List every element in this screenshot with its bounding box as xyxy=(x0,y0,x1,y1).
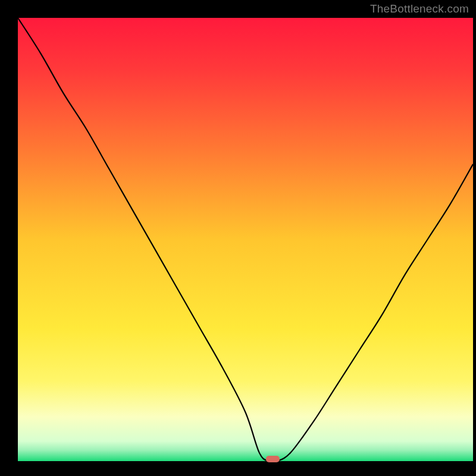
plot-background xyxy=(18,18,473,461)
chart-frame: TheBottleneck.com xyxy=(0,0,476,476)
optimal-marker xyxy=(266,456,280,462)
watermark-text: TheBottleneck.com xyxy=(370,2,469,15)
bottleneck-chart xyxy=(0,0,476,476)
